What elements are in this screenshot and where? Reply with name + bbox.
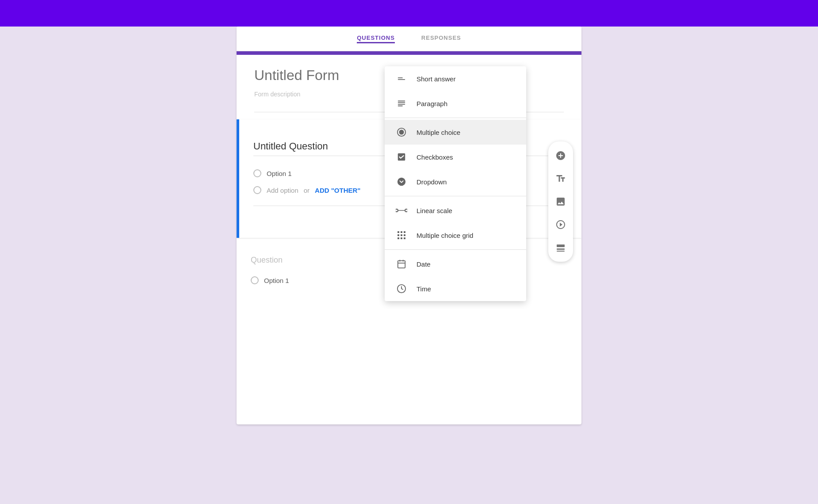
menu-item-linear-scale[interactable]: Linear scale: [385, 198, 526, 223]
svg-rect-21: [404, 237, 405, 239]
radio-option-1: [253, 169, 261, 177]
menu-label-time: Time: [417, 285, 431, 293]
svg-rect-1: [398, 79, 405, 80]
tab-responses[interactable]: RESPONSES: [421, 34, 461, 43]
menu-item-checkboxes[interactable]: Checkboxes: [385, 145, 526, 169]
svg-rect-14: [401, 231, 402, 233]
menu-label-date: Date: [417, 260, 431, 268]
main-content: QUESTIONS RESPONSES Untitled Form Form d…: [0, 27, 818, 424]
svg-rect-27: [557, 248, 565, 250]
add-option-separator: or: [304, 187, 310, 194]
svg-rect-16: [398, 234, 399, 236]
calendar-icon: [395, 258, 408, 270]
radio-add: [253, 186, 261, 194]
svg-point-9: [398, 178, 405, 186]
add-video-button[interactable]: [550, 214, 571, 235]
radio-filled-icon: [395, 126, 408, 138]
menu-label-linear-scale: Linear scale: [417, 207, 452, 214]
svg-rect-2: [398, 101, 405, 102]
menu-label-short-answer: Short answer: [417, 75, 455, 83]
add-title-button[interactable]: [550, 168, 571, 189]
tab-questions[interactable]: QUESTIONS: [357, 34, 395, 43]
menu-label-dropdown: Dropdown: [417, 178, 447, 186]
menu-item-multiple-choice-grid[interactable]: Multiple choice grid: [385, 223, 526, 248]
lines-short-icon: [395, 73, 408, 85]
header-bar: [0, 0, 818, 27]
menu-item-date[interactable]: Date: [385, 252, 526, 276]
menu-label-checkboxes: Checkboxes: [417, 153, 453, 161]
svg-rect-22: [398, 261, 405, 268]
svg-rect-0: [398, 77, 403, 78]
menu-divider-2: [385, 196, 526, 196]
grid-icon: [395, 229, 408, 241]
add-other-link[interactable]: ADD "OTHER": [315, 187, 360, 194]
svg-rect-18: [404, 234, 405, 236]
svg-point-12: [405, 209, 407, 212]
checkbox-checked-icon: [395, 151, 408, 163]
menu-item-time[interactable]: Time: [385, 276, 526, 301]
menu-item-short-answer[interactable]: Short answer: [385, 66, 526, 91]
menu-label-multiple-choice: Multiple choice: [417, 129, 460, 136]
menu-divider-1: [385, 118, 526, 118]
lines-long-icon: [395, 97, 408, 110]
add-section-button[interactable]: [550, 237, 571, 258]
svg-rect-29: [557, 244, 565, 247]
option-text-1: Option 1: [267, 170, 292, 177]
menu-item-dropdown[interactable]: Dropdown: [385, 169, 526, 194]
linear-scale-icon: [395, 204, 408, 217]
inactive-option-text: Option 1: [264, 277, 289, 284]
add-option-text[interactable]: Add option: [267, 187, 298, 194]
menu-label-multiple-choice-grid: Multiple choice grid: [417, 232, 473, 239]
svg-rect-4: [398, 104, 405, 105]
svg-rect-19: [398, 237, 399, 239]
svg-rect-3: [398, 102, 405, 103]
svg-rect-17: [401, 234, 402, 236]
chevron-down-circle-icon: [395, 176, 408, 188]
clock-icon: [395, 283, 408, 295]
menu-item-paragraph[interactable]: Paragraph: [385, 91, 526, 116]
svg-rect-15: [404, 231, 405, 233]
svg-rect-20: [401, 237, 402, 239]
dropdown-menu: Short answer Paragraph: [385, 66, 526, 301]
right-sidebar: [548, 141, 573, 262]
add-question-button[interactable]: [550, 145, 571, 166]
menu-divider-3: [385, 249, 526, 250]
menu-label-paragraph: Paragraph: [417, 100, 447, 107]
add-image-button[interactable]: [550, 191, 571, 212]
svg-rect-5: [398, 106, 403, 107]
inactive-radio: [251, 276, 259, 284]
svg-point-10: [396, 209, 398, 212]
menu-item-multiple-choice[interactable]: Multiple choice: [385, 120, 526, 145]
tabs-bar: QUESTIONS RESPONSES: [237, 27, 581, 51]
svg-point-7: [399, 130, 404, 135]
svg-rect-28: [557, 251, 565, 252]
svg-rect-13: [398, 231, 399, 233]
